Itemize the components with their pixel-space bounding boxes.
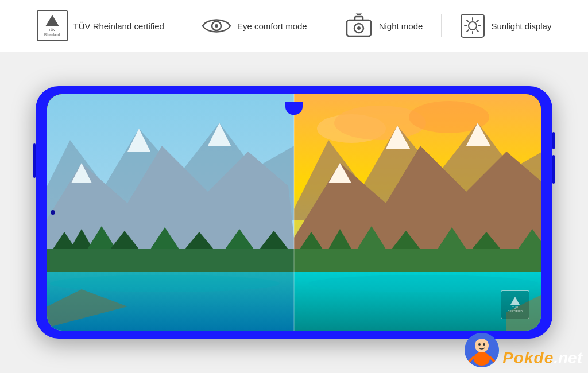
night-mode-label: Night mode (379, 21, 423, 31)
svg-point-53 (308, 275, 538, 292)
svg-line-11 (467, 20, 469, 22)
landscape-illustration (47, 94, 541, 331)
sunlight-label: Sunlight display (491, 21, 551, 31)
svg-point-58 (478, 343, 481, 346)
pokde-mascot (465, 333, 499, 367)
svg-point-1 (215, 24, 218, 28)
tuv-screen-watermark: TÜVCERTIFIED (501, 290, 529, 319)
svg-point-33 (50, 275, 280, 292)
svg-line-12 (477, 30, 478, 32)
pokde-dot: . (554, 349, 558, 367)
svg-line-14 (467, 30, 469, 32)
phone-button-left (33, 143, 36, 178)
svg-point-59 (483, 343, 485, 346)
features-bar: TÜVRheinland TÜV Rheinland certified Eye… (0, 0, 588, 52)
phone-button-right-1 (552, 132, 555, 149)
pokde-text: Pokde (502, 349, 554, 367)
feature-tuv: TÜVRheinland TÜV Rheinland certified (37, 10, 164, 41)
phone-frame: TÜVCERTIFIED (36, 86, 552, 339)
svg-point-4 (357, 26, 361, 30)
phone-section: TÜVCERTIFIED Pokde.net (0, 52, 588, 373)
svg-point-57 (475, 339, 489, 352)
svg-point-6 (469, 22, 477, 30)
divider-1 (183, 14, 183, 37)
tuv-label: TÜV Rheinland certified (74, 21, 164, 31)
divider-2 (326, 14, 326, 37)
tuv-icon: TÜVRheinland (37, 10, 68, 41)
feature-night: Night mode (345, 13, 423, 38)
pokde-watermark: Pokde.net (465, 333, 582, 367)
pokde-brand-text: Pokde.net (502, 349, 582, 367)
phone-button-right-2 (552, 155, 555, 184)
phone-screen: TÜVCERTIFIED (47, 94, 541, 331)
svg-point-60 (474, 352, 490, 366)
sunlight-icon (460, 13, 485, 38)
eye-comfort-label: Eye comfort mode (237, 21, 307, 31)
pokde-net: net (558, 349, 582, 367)
eye-icon (202, 15, 231, 36)
feature-eye: Eye comfort mode (202, 15, 307, 36)
feature-sunlight: Sunlight display (460, 13, 551, 38)
svg-line-13 (477, 20, 478, 22)
divider-3 (441, 14, 442, 37)
night-mode-icon (345, 13, 373, 38)
front-camera (51, 210, 55, 215)
